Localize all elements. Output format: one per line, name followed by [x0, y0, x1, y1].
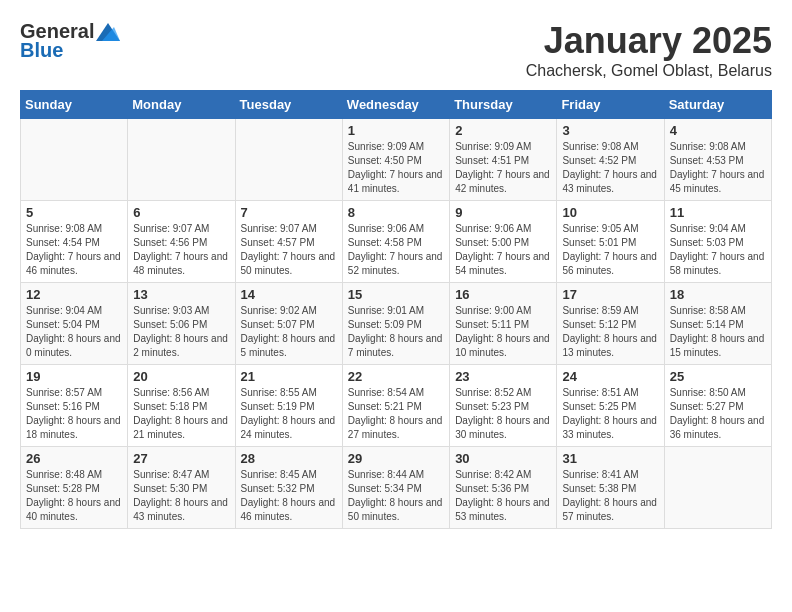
calendar-cell-week3-day4: 16Sunrise: 9:00 AM Sunset: 5:11 PM Dayli… [450, 283, 557, 365]
day-info: Sunrise: 8:57 AM Sunset: 5:16 PM Dayligh… [26, 386, 122, 442]
week-row-5: 26Sunrise: 8:48 AM Sunset: 5:28 PM Dayli… [21, 447, 772, 529]
day-number: 24 [562, 369, 658, 384]
calendar-cell-week5-day1: 27Sunrise: 8:47 AM Sunset: 5:30 PM Dayli… [128, 447, 235, 529]
calendar-cell-week3-day5: 17Sunrise: 8:59 AM Sunset: 5:12 PM Dayli… [557, 283, 664, 365]
weekday-header-monday: Monday [128, 91, 235, 119]
calendar-cell-week5-day6 [664, 447, 771, 529]
day-number: 3 [562, 123, 658, 138]
day-info: Sunrise: 9:08 AM Sunset: 4:52 PM Dayligh… [562, 140, 658, 196]
calendar-cell-week3-day6: 18Sunrise: 8:58 AM Sunset: 5:14 PM Dayli… [664, 283, 771, 365]
location-title: Chachersk, Gomel Oblast, Belarus [526, 62, 772, 80]
day-number: 25 [670, 369, 766, 384]
weekday-header-friday: Friday [557, 91, 664, 119]
day-info: Sunrise: 8:55 AM Sunset: 5:19 PM Dayligh… [241, 386, 337, 442]
day-number: 20 [133, 369, 229, 384]
day-number: 13 [133, 287, 229, 302]
day-number: 10 [562, 205, 658, 220]
day-number: 21 [241, 369, 337, 384]
day-number: 17 [562, 287, 658, 302]
day-number: 31 [562, 451, 658, 466]
day-info: Sunrise: 8:50 AM Sunset: 5:27 PM Dayligh… [670, 386, 766, 442]
day-number: 8 [348, 205, 444, 220]
day-number: 1 [348, 123, 444, 138]
day-info: Sunrise: 9:07 AM Sunset: 4:56 PM Dayligh… [133, 222, 229, 278]
day-number: 22 [348, 369, 444, 384]
day-number: 23 [455, 369, 551, 384]
day-number: 2 [455, 123, 551, 138]
day-number: 26 [26, 451, 122, 466]
calendar-cell-week1-day5: 3Sunrise: 9:08 AM Sunset: 4:52 PM Daylig… [557, 119, 664, 201]
day-info: Sunrise: 8:41 AM Sunset: 5:38 PM Dayligh… [562, 468, 658, 524]
day-number: 5 [26, 205, 122, 220]
calendar-cell-week2-day1: 6Sunrise: 9:07 AM Sunset: 4:56 PM Daylig… [128, 201, 235, 283]
day-number: 7 [241, 205, 337, 220]
calendar-cell-week5-day0: 26Sunrise: 8:48 AM Sunset: 5:28 PM Dayli… [21, 447, 128, 529]
day-number: 18 [670, 287, 766, 302]
day-info: Sunrise: 8:59 AM Sunset: 5:12 PM Dayligh… [562, 304, 658, 360]
calendar-cell-week4-day1: 20Sunrise: 8:56 AM Sunset: 5:18 PM Dayli… [128, 365, 235, 447]
day-info: Sunrise: 9:07 AM Sunset: 4:57 PM Dayligh… [241, 222, 337, 278]
calendar-cell-week4-day5: 24Sunrise: 8:51 AM Sunset: 5:25 PM Dayli… [557, 365, 664, 447]
calendar-cell-week3-day1: 13Sunrise: 9:03 AM Sunset: 5:06 PM Dayli… [128, 283, 235, 365]
weekday-header-wednesday: Wednesday [342, 91, 449, 119]
day-number: 30 [455, 451, 551, 466]
calendar-cell-week5-day2: 28Sunrise: 8:45 AM Sunset: 5:32 PM Dayli… [235, 447, 342, 529]
calendar-cell-week3-day2: 14Sunrise: 9:02 AM Sunset: 5:07 PM Dayli… [235, 283, 342, 365]
day-number: 11 [670, 205, 766, 220]
day-number: 28 [241, 451, 337, 466]
day-info: Sunrise: 9:08 AM Sunset: 4:54 PM Dayligh… [26, 222, 122, 278]
logo: General Blue [20, 20, 120, 62]
calendar-cell-week2-day2: 7Sunrise: 9:07 AM Sunset: 4:57 PM Daylig… [235, 201, 342, 283]
day-info: Sunrise: 8:54 AM Sunset: 5:21 PM Dayligh… [348, 386, 444, 442]
calendar-cell-week2-day3: 8Sunrise: 9:06 AM Sunset: 4:58 PM Daylig… [342, 201, 449, 283]
day-info: Sunrise: 8:42 AM Sunset: 5:36 PM Dayligh… [455, 468, 551, 524]
calendar-cell-week5-day4: 30Sunrise: 8:42 AM Sunset: 5:36 PM Dayli… [450, 447, 557, 529]
day-info: Sunrise: 8:58 AM Sunset: 5:14 PM Dayligh… [670, 304, 766, 360]
day-number: 6 [133, 205, 229, 220]
calendar-cell-week5-day3: 29Sunrise: 8:44 AM Sunset: 5:34 PM Dayli… [342, 447, 449, 529]
day-number: 16 [455, 287, 551, 302]
day-info: Sunrise: 9:05 AM Sunset: 5:01 PM Dayligh… [562, 222, 658, 278]
day-number: 9 [455, 205, 551, 220]
day-info: Sunrise: 8:45 AM Sunset: 5:32 PM Dayligh… [241, 468, 337, 524]
weekday-header-tuesday: Tuesday [235, 91, 342, 119]
day-info: Sunrise: 9:08 AM Sunset: 4:53 PM Dayligh… [670, 140, 766, 196]
day-info: Sunrise: 9:03 AM Sunset: 5:06 PM Dayligh… [133, 304, 229, 360]
logo-blue-text: Blue [20, 39, 63, 62]
day-number: 27 [133, 451, 229, 466]
day-info: Sunrise: 9:04 AM Sunset: 5:03 PM Dayligh… [670, 222, 766, 278]
weekday-header-saturday: Saturday [664, 91, 771, 119]
day-number: 12 [26, 287, 122, 302]
calendar-cell-week2-day5: 10Sunrise: 9:05 AM Sunset: 5:01 PM Dayli… [557, 201, 664, 283]
calendar-cell-week3-day0: 12Sunrise: 9:04 AM Sunset: 5:04 PM Dayli… [21, 283, 128, 365]
calendar-cell-week2-day0: 5Sunrise: 9:08 AM Sunset: 4:54 PM Daylig… [21, 201, 128, 283]
calendar-cell-week1-day0 [21, 119, 128, 201]
day-info: Sunrise: 8:51 AM Sunset: 5:25 PM Dayligh… [562, 386, 658, 442]
week-row-2: 5Sunrise: 9:08 AM Sunset: 4:54 PM Daylig… [21, 201, 772, 283]
calendar-cell-week1-day6: 4Sunrise: 9:08 AM Sunset: 4:53 PM Daylig… [664, 119, 771, 201]
weekday-header-thursday: Thursday [450, 91, 557, 119]
day-info: Sunrise: 9:06 AM Sunset: 5:00 PM Dayligh… [455, 222, 551, 278]
calendar-cell-week4-day0: 19Sunrise: 8:57 AM Sunset: 5:16 PM Dayli… [21, 365, 128, 447]
day-info: Sunrise: 9:02 AM Sunset: 5:07 PM Dayligh… [241, 304, 337, 360]
calendar-cell-week4-day4: 23Sunrise: 8:52 AM Sunset: 5:23 PM Dayli… [450, 365, 557, 447]
day-info: Sunrise: 9:09 AM Sunset: 4:50 PM Dayligh… [348, 140, 444, 196]
day-info: Sunrise: 9:00 AM Sunset: 5:11 PM Dayligh… [455, 304, 551, 360]
weekday-header-sunday: Sunday [21, 91, 128, 119]
day-info: Sunrise: 9:04 AM Sunset: 5:04 PM Dayligh… [26, 304, 122, 360]
logo-icon [96, 23, 120, 41]
week-row-4: 19Sunrise: 8:57 AM Sunset: 5:16 PM Dayli… [21, 365, 772, 447]
day-number: 14 [241, 287, 337, 302]
day-number: 29 [348, 451, 444, 466]
day-info: Sunrise: 8:52 AM Sunset: 5:23 PM Dayligh… [455, 386, 551, 442]
day-info: Sunrise: 8:44 AM Sunset: 5:34 PM Dayligh… [348, 468, 444, 524]
day-info: Sunrise: 8:56 AM Sunset: 5:18 PM Dayligh… [133, 386, 229, 442]
calendar-cell-week2-day4: 9Sunrise: 9:06 AM Sunset: 5:00 PM Daylig… [450, 201, 557, 283]
calendar-cell-week4-day3: 22Sunrise: 8:54 AM Sunset: 5:21 PM Dayli… [342, 365, 449, 447]
calendar-cell-week1-day1 [128, 119, 235, 201]
day-info: Sunrise: 9:09 AM Sunset: 4:51 PM Dayligh… [455, 140, 551, 196]
week-row-1: 1Sunrise: 9:09 AM Sunset: 4:50 PM Daylig… [21, 119, 772, 201]
calendar: SundayMondayTuesdayWednesdayThursdayFrid… [20, 90, 772, 529]
day-info: Sunrise: 9:01 AM Sunset: 5:09 PM Dayligh… [348, 304, 444, 360]
calendar-cell-week1-day4: 2Sunrise: 9:09 AM Sunset: 4:51 PM Daylig… [450, 119, 557, 201]
